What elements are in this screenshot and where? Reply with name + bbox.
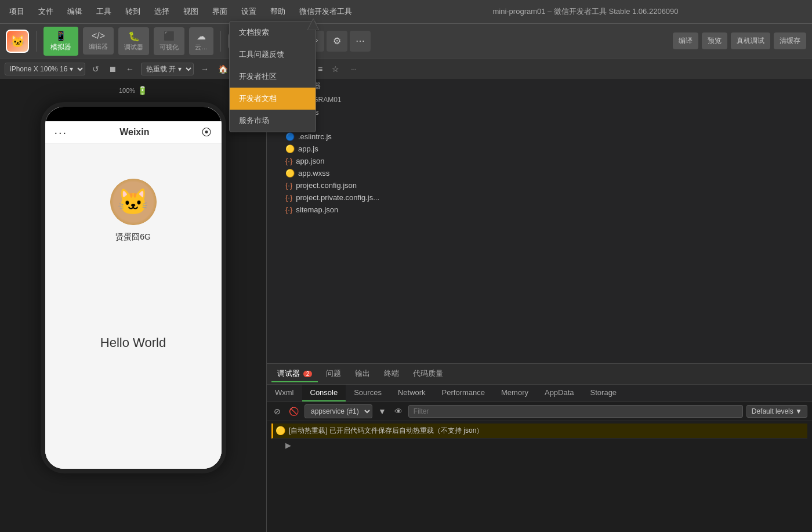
file-appwxss[interactable]: 🟡 app.wxss (267, 167, 812, 179)
section-open-editors[interactable]: ▶ 打开的编辑器 (267, 79, 812, 93)
home-icon[interactable]: 🏠 (216, 63, 230, 75)
menu-pointer-arrow (307, 19, 319, 30)
device-select[interactable]: iPhone X 100% 16 ▾ (5, 63, 85, 75)
console-filter-icon[interactable]: 🚫 (287, 406, 301, 417)
menu-item-service-market[interactable]: 服务市场 (230, 110, 316, 132)
tab-problems[interactable]: 问题 (320, 366, 347, 382)
tab-code-quality[interactable]: 代码质量 (407, 366, 449, 382)
debug-panel: 调试器 2 问题 输出 终端 代码质量 Wxml (267, 364, 812, 532)
debug-tabs-row1: 调试器 2 问题 输出 终端 代码质量 (267, 364, 812, 385)
debugger-icon: 🐛 (128, 31, 140, 42)
appwxss-label: app.wxss (298, 169, 329, 178)
tab-appdata[interactable]: AppData (536, 385, 582, 401)
menu-goto[interactable]: 转到 (123, 5, 143, 18)
file-pages-folder[interactable]: ▶ 📁 pages (267, 106, 812, 118)
menu-select[interactable]: 选择 (152, 5, 172, 18)
right-panel: ▶ 打开的编辑器 ▼ MINI-PROGRAM01 ▶ 📁 pages ▶ 📁 … (267, 79, 812, 532)
phone-notch-area (45, 106, 222, 121)
tab-debugger-label: 调试器 (277, 369, 300, 378)
clear-cache-button[interactable]: 清缓存 (774, 32, 806, 49)
menu-settings[interactable]: 设置 (239, 5, 259, 18)
file-projectprivateconfig[interactable]: {·} project.private.config.js... (267, 191, 812, 204)
tab-sources[interactable]: Sources (346, 385, 390, 401)
star-icon[interactable]: ☆ (329, 63, 342, 75)
tab-problems-label: 问题 (326, 369, 341, 378)
menu-tool[interactable]: 工具 (94, 5, 114, 18)
menu-item-doc-search[interactable]: 文档搜索 (230, 21, 316, 44)
menu-item-feedback[interactable]: 工具问题反馈 (230, 44, 316, 66)
wifi-icon: ▲ (197, 102, 203, 103)
tab-memory-label: Memory (501, 388, 528, 397)
back-icon[interactable]: ← (124, 63, 136, 75)
menu-view[interactable]: 视图 (181, 5, 201, 18)
file-projectconfig[interactable]: {·} project.config.json (267, 179, 812, 191)
menu-item-community[interactable]: 开发者社区 (230, 66, 316, 88)
projectprivateconfig-label: project.private.config.js... (296, 193, 379, 202)
editor-button[interactable]: </> 编辑器 (83, 27, 114, 55)
real-dev-button[interactable]: 真机调试 (731, 32, 770, 49)
appjson-label: app.json (296, 157, 324, 165)
tab-wxml[interactable]: Wxml (267, 385, 302, 401)
tab-console[interactable]: Console (302, 385, 346, 401)
tab-performance[interactable]: Performance (434, 385, 493, 401)
menu-help[interactable]: 帮助 (268, 5, 288, 18)
tab-debugger[interactable]: 调试器 2 (271, 366, 318, 382)
log-expand-arrow[interactable]: ▶ (285, 441, 291, 450)
tab-memory[interactable]: Memory (493, 385, 536, 401)
eslintrc-icon: 🔵 (285, 132, 295, 141)
phone-status-icons: ●●● ▲ 🔋 (184, 102, 212, 103)
menu-project[interactable]: 项目 (7, 5, 27, 18)
cloud-button[interactable]: ☁ 云… (189, 27, 213, 55)
file-appjson[interactable]: {·} app.json (267, 155, 812, 167)
service-select[interactable]: appservice (#1) (304, 404, 372, 418)
phone-nav-bar: ··· Weixin ⦿ (45, 121, 222, 144)
stop-icon[interactable]: ⏹ (106, 63, 119, 75)
settings-icon-btn[interactable]: ⚙ (327, 31, 347, 52)
menu-wechat-devtools[interactable]: 微信开发者工具 (297, 5, 354, 18)
preview-button[interactable]: 预览 (702, 32, 727, 49)
visual-button[interactable]: ⬛ 可视化 (154, 27, 184, 55)
debugger-button[interactable]: 🐛 调试器 (118, 27, 149, 55)
reload-icon[interactable]: ↺ (90, 63, 102, 75)
file-explorer: ▶ 打开的编辑器 ▼ MINI-PROGRAM01 ▶ 📁 pages ▶ 📁 … (267, 79, 812, 364)
editor-more[interactable]: ··· (351, 65, 357, 73)
more-btn[interactable]: ⋯ (350, 31, 371, 52)
default-levels-btn[interactable]: Default levels ▼ (746, 405, 807, 418)
log-entry-0: 🟡 [自动热重载] 已开启代码文件保存后自动热重载（不支持 json） (271, 424, 807, 439)
file-eslintrc[interactable]: 🔵 .eslintrc.js (267, 131, 812, 143)
forward-icon[interactable]: → (198, 63, 211, 75)
section-project[interactable]: ▼ MINI-PROGRAM01 (267, 93, 812, 106)
menu-edit[interactable]: 编辑 (65, 5, 85, 18)
menu-interface[interactable]: 界面 (210, 5, 230, 18)
file-sitemapjson[interactable]: {·} sitemap.json (267, 204, 812, 216)
cloud-icon: ☁ (197, 31, 206, 42)
simulator-button[interactable]: 📱 模拟器 (44, 27, 78, 56)
menu-file[interactable]: 文件 (36, 5, 56, 18)
debug-tabs-row2: Wxml Console Sources Network Performance… (267, 385, 812, 402)
visual-label: 可视化 (160, 43, 179, 52)
appwxss-icon: 🟡 (285, 169, 295, 178)
compile-button[interactable]: 编译 (673, 32, 698, 49)
service-dropdown-btn[interactable]: ▼ (376, 406, 389, 417)
file-appjs[interactable]: 🟡 app.js (267, 143, 812, 155)
tab-sources-label: Sources (354, 388, 382, 397)
simulator-info-bar: 100% 🔋 (114, 85, 152, 96)
menu-item-docs[interactable]: 开发者文档 (230, 88, 316, 110)
phone-screen: 11:55 ●●● ▲ 🔋 ··· Weixin ⦿ (45, 107, 222, 469)
phone-mockup: 11:55 ●●● ▲ 🔋 ··· Weixin ⦿ (41, 102, 226, 473)
console-filter-input[interactable] (408, 405, 743, 418)
title-bar: 项目 文件 编辑 工具 转到 选择 视图 界面 设置 帮助 微信开发者工具 mi… (0, 0, 812, 23)
clear-cache-label: 清缓存 (780, 36, 800, 46)
tab-terminal[interactable]: 终端 (378, 366, 405, 382)
hot-reload-select[interactable]: 热重载 开 ▾ (141, 63, 194, 75)
tab-output[interactable]: 输出 (349, 366, 376, 382)
list-icon[interactable]: ≡ (316, 63, 325, 75)
tab-storage[interactable]: Storage (582, 385, 625, 401)
console-clear-btn[interactable]: ⊘ (271, 406, 283, 417)
tab-network[interactable]: Network (390, 385, 434, 401)
eye-toggle-btn[interactable]: 👁 (392, 406, 405, 417)
phone-nav-record-icon: ⦿ (201, 126, 212, 139)
file-utils-folder[interactable]: ▶ 📁 utils (267, 118, 812, 131)
phone-time: 11:55 (55, 102, 72, 103)
tab-output-label: 输出 (355, 369, 370, 378)
